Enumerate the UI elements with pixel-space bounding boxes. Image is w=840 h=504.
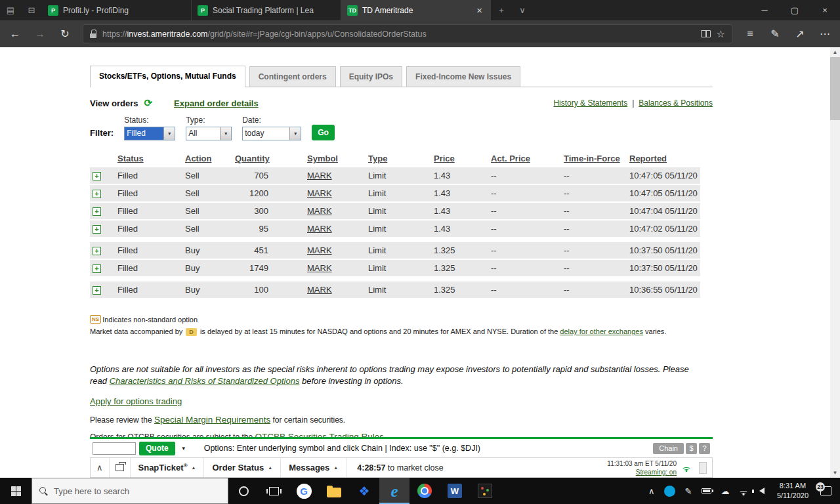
vertical-scrollbar[interactable]: ▲ ▼ — [830, 47, 840, 478]
header-symbol[interactable]: Symbol — [307, 154, 338, 163]
symbol-link[interactable]: MARK — [307, 245, 332, 255]
balances-positions-link[interactable]: Balances & Positions — [639, 98, 713, 108]
favorite-star-icon[interactable]: ☆ — [717, 28, 725, 40]
symbol-link[interactable]: MARK — [307, 206, 332, 216]
forward-icon[interactable]: → — [28, 20, 52, 47]
expand-order-icon[interactable]: + — [93, 286, 101, 295]
header-status[interactable]: Status — [117, 154, 144, 163]
annotate-pen-icon[interactable]: ✎ — [763, 20, 788, 47]
tab-list-chevron-icon[interactable]: ∨ — [512, 0, 533, 20]
scrollbar-thumb[interactable] — [830, 57, 840, 120]
edge-icon[interactable]: e — [379, 478, 410, 504]
order-cell: Filled — [115, 259, 182, 277]
refresh-orders-icon[interactable]: ⟳ — [144, 97, 152, 109]
tab-stocks-etfs-options[interactable]: Stocks/ETFs, Options, Mutual Funds — [90, 66, 245, 87]
tab-contingent-orders[interactable]: Contingent orders — [249, 66, 336, 87]
expand-order-icon[interactable]: + — [93, 172, 101, 180]
quote-button[interactable]: Quote — [139, 442, 175, 455]
taskbar-clock[interactable]: 8:31 AM 5/11/2020 — [771, 481, 814, 501]
symbol-link[interactable]: MARK — [307, 188, 332, 198]
otcbb-rules-link[interactable]: OTCBB Securities Trading Rules — [255, 432, 384, 437]
symbol-link[interactable]: MARK — [307, 285, 332, 295]
cortana-icon[interactable] — [228, 478, 259, 504]
action-center-icon[interactable]: 23 — [814, 478, 837, 504]
symbol-link[interactable]: MARK — [307, 263, 332, 273]
expand-order-icon[interactable]: + — [93, 190, 101, 198]
characteristics-risks-link[interactable]: Characteristics and Risks of Standardize… — [110, 376, 300, 386]
resize-grip[interactable] — [699, 462, 707, 474]
delay-exchanges-link[interactable]: delay for other exchanges — [560, 327, 643, 335]
type-select[interactable]: All ▼ — [186, 127, 232, 140]
hidden-icons-chevron-icon[interactable]: ∧ — [642, 478, 661, 504]
expand-order-icon[interactable]: + — [93, 264, 101, 273]
tab-preview-icon[interactable]: ▤ — [0, 0, 21, 20]
network-wifi-icon[interactable] — [734, 478, 753, 504]
header-action[interactable]: Action — [185, 154, 211, 163]
browser-titlebar: ▤ ⊟ P Profit.ly - ProfiDing P Social Tra… — [0, 0, 840, 20]
history-statements-link[interactable]: History & Statements — [553, 98, 627, 108]
chrome-icon[interactable] — [410, 478, 440, 504]
symbol-input[interactable] — [93, 442, 136, 455]
restore-icon[interactable]: ▢ — [780, 0, 810, 20]
task-view-icon[interactable] — [259, 478, 289, 504]
file-explorer-icon[interactable] — [319, 478, 349, 504]
header-time-in-force[interactable]: Time-in-Force — [564, 154, 620, 163]
pen-icon[interactable]: ✎ — [679, 478, 698, 504]
word-icon[interactable]: W — [440, 478, 470, 504]
scroll-down-icon[interactable]: ▼ — [830, 468, 840, 478]
new-tab-icon[interactable]: + — [491, 0, 512, 20]
set-tabs-aside-icon[interactable]: ⊟ — [21, 0, 42, 20]
minimize-icon[interactable]: ─ — [749, 0, 780, 20]
close-window-icon[interactable]: × — [810, 0, 840, 20]
symbol-link[interactable]: MARK — [307, 171, 332, 180]
header-quantity[interactable]: Quantity — [235, 154, 270, 163]
expand-order-icon[interactable]: + — [93, 225, 101, 234]
share-icon[interactable]: ↗ — [788, 20, 812, 47]
streaming-toggle-link[interactable]: Streaming: on — [636, 468, 677, 476]
browser-tab-td-ameritrade[interactable]: TD TD Ameritrade × — [341, 0, 491, 20]
browser-tab-social-trading[interactable]: P Social Trading Platform | Lea — [192, 0, 341, 20]
dollar-button[interactable]: $ — [686, 443, 697, 454]
order-status-button[interactable]: Order Status▲ — [204, 458, 281, 477]
more-options-icon[interactable]: ⋯ — [812, 20, 837, 47]
snapticket-button[interactable]: SnapTicket®▲ — [131, 458, 205, 477]
dropbox-icon[interactable]: ❖ — [349, 478, 379, 504]
header-reported[interactable]: Reported — [629, 154, 667, 163]
app-icon[interactable] — [470, 478, 500, 504]
google-icon[interactable]: G — [289, 478, 319, 504]
url-input[interactable]: https://invest.ameritrade.com/grid/p/sit… — [83, 24, 732, 43]
reading-view-icon[interactable] — [701, 30, 711, 37]
expand-order-details-link[interactable]: Expand order details — [174, 98, 259, 108]
back-icon[interactable]: ← — [3, 20, 28, 47]
chain-button[interactable]: Chain — [653, 443, 684, 454]
browser-tab-profitly[interactable]: P Profit.ly - ProfiDing — [42, 0, 192, 20]
collapse-toolbar-icon[interactable]: ∧ — [91, 458, 110, 477]
popout-window-icon[interactable] — [110, 458, 131, 477]
refresh-icon[interactable]: ↻ — [52, 20, 77, 47]
special-margin-requirements-link[interactable]: Special Margin Requirements — [154, 415, 270, 425]
scroll-up-icon[interactable]: ▲ — [830, 47, 840, 57]
symbol-link[interactable]: MARK — [307, 224, 332, 234]
header-act-price[interactable]: Act. Price — [491, 154, 530, 163]
onedrive-cloud-icon[interactable]: ☁ — [716, 478, 734, 504]
help-button[interactable]: ? — [699, 443, 710, 454]
quote-dropdown-icon[interactable]: ▼ — [178, 442, 189, 455]
hub-favorites-icon[interactable]: ≡ — [738, 20, 763, 47]
go-button[interactable]: Go — [312, 125, 335, 140]
volume-icon[interactable] — [753, 478, 771, 504]
apply-options-trading-link[interactable]: Apply for options trading — [90, 396, 182, 406]
start-button[interactable] — [0, 478, 32, 504]
expand-order-icon[interactable]: + — [93, 207, 101, 216]
header-price[interactable]: Price — [434, 154, 455, 163]
tab-fixed-income[interactable]: Fixed-Income New Issues — [406, 66, 520, 87]
tab-equity-ipos[interactable]: Equity IPOs — [340, 66, 402, 87]
expand-order-icon[interactable]: + — [93, 247, 101, 255]
close-tab-icon[interactable]: × — [474, 5, 484, 16]
status-select[interactable]: Filled ▼ — [124, 127, 175, 140]
date-select[interactable]: today ▼ — [242, 127, 301, 140]
skype-icon[interactable] — [661, 478, 679, 504]
taskbar-search-input[interactable]: Type here to search — [32, 478, 228, 504]
battery-icon[interactable] — [698, 478, 716, 504]
header-type[interactable]: Type — [368, 154, 387, 163]
messages-button[interactable]: Messages▲ — [281, 458, 346, 477]
